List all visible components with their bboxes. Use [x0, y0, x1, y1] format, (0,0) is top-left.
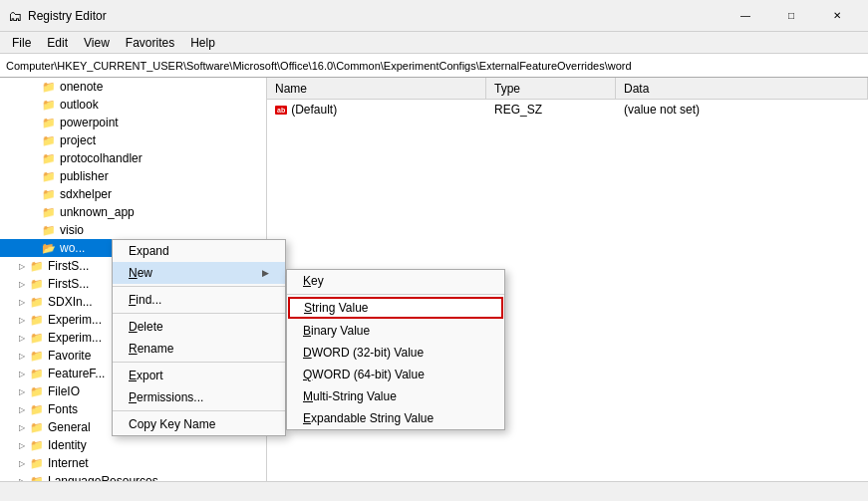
- folder-icon: 📁: [30, 278, 44, 291]
- ctx-sep2: [113, 313, 285, 314]
- tree-item-outlook[interactable]: 📁 outlook: [0, 96, 266, 114]
- tree-label: onenote: [60, 80, 103, 94]
- ctx-copy-key-name[interactable]: Copy Key Name: [113, 413, 285, 435]
- ctx-find[interactable]: Find...: [113, 289, 285, 311]
- tree-item-visio[interactable]: 📁 visio: [0, 221, 266, 239]
- folder-icon: 📁: [30, 296, 44, 309]
- tree-item-powerpoint[interactable]: 📁 powerpoint: [0, 114, 266, 131]
- app-icon: 🗂: [8, 8, 22, 24]
- folder-icon: 📁: [30, 332, 44, 345]
- submenu-key[interactable]: Key: [287, 270, 504, 292]
- ctx-sep4: [113, 410, 285, 411]
- minimize-button[interactable]: —: [723, 0, 768, 32]
- expand-icon: ▷: [16, 457, 28, 469]
- folder-icon: 📁: [42, 81, 56, 94]
- submenu-key-label: Key: [303, 274, 324, 288]
- folder-icon: 📁: [30, 403, 44, 416]
- registry-row-default[interactable]: ab (Default) REG_SZ (value not set): [267, 100, 868, 120]
- expand-icon: ▷: [16, 385, 28, 397]
- ctx-find-label: Find...: [129, 293, 161, 307]
- reg-data: (value not set): [616, 100, 868, 120]
- menu-edit[interactable]: Edit: [39, 34, 76, 52]
- reg-name-label: (Default): [291, 103, 337, 117]
- tree-item-unknownapp[interactable]: 📁 unknown_app: [0, 203, 266, 221]
- submenu-expandable-label: Expandable String Value: [303, 411, 434, 425]
- tree-item-onenote[interactable]: 📁 onenote: [0, 78, 266, 96]
- menu-view[interactable]: View: [76, 34, 118, 52]
- menu-favorites[interactable]: Favorites: [118, 34, 182, 52]
- tree-item-protocolhandler[interactable]: 📁 protocolhandler: [0, 149, 266, 167]
- folder-icon: 📁: [42, 224, 56, 237]
- submenu-expandable-value[interactable]: Expandable String Value: [287, 407, 504, 429]
- tree-item-project[interactable]: 📁 project: [0, 131, 266, 149]
- tree-label: Favorite: [48, 349, 91, 363]
- submenu-binary-value[interactable]: Binary Value: [287, 320, 504, 342]
- list-header: Name Type Data: [267, 78, 868, 100]
- ctx-new[interactable]: New ▶: [113, 262, 285, 284]
- expand-icon: ▷: [16, 260, 28, 272]
- folder-icon: 📁: [42, 134, 56, 147]
- tree-label: Fonts: [48, 402, 78, 416]
- submenu-multistring-label: Multi-String Value: [303, 389, 397, 403]
- status-bar: [0, 481, 868, 501]
- ctx-delete-label: Delete: [129, 320, 163, 334]
- tree-label: sdxhelper: [60, 187, 112, 201]
- folder-icon: 📁: [30, 314, 44, 327]
- ctx-expand[interactable]: Expand: [113, 240, 285, 262]
- menu-help[interactable]: Help: [182, 34, 223, 52]
- tree-item-identity[interactable]: ▷ 📁 Identity: [0, 436, 266, 454]
- tree-label: FeatureF...: [48, 367, 105, 380]
- ctx-rename[interactable]: Rename: [113, 338, 285, 360]
- ctx-export[interactable]: Export: [113, 365, 285, 386]
- expand-icon: ▷: [16, 403, 28, 415]
- folder-icon: 📁: [30, 385, 44, 398]
- submenu-qword-value[interactable]: QWORD (64-bit) Value: [287, 364, 504, 385]
- submenu-string-label: String Value: [304, 301, 369, 315]
- maximize-button[interactable]: □: [768, 0, 814, 32]
- expand-icon: [28, 224, 40, 236]
- expand-icon: [28, 99, 40, 111]
- address-bar: Computer\HKEY_CURRENT_USER\Software\Micr…: [0, 54, 868, 78]
- tree-item-publisher[interactable]: 📁 publisher: [0, 167, 266, 185]
- window-controls: — □ ✕: [723, 0, 860, 32]
- expand-icon: [28, 81, 40, 93]
- expand-icon: ▷: [16, 350, 28, 362]
- expand-icon: ▷: [16, 296, 28, 308]
- tree-label: unknown_app: [60, 205, 135, 219]
- app-title: Registry Editor: [28, 9, 723, 23]
- ctx-permissions-label: Permissions...: [129, 390, 203, 404]
- tree-label: Identity: [48, 438, 87, 452]
- ctx-new-arrow: ▶: [262, 268, 269, 278]
- menu-bar: File Edit View Favorites Help: [0, 32, 868, 54]
- folder-icon: 📁: [30, 260, 44, 273]
- ctx-sep1: [113, 286, 285, 287]
- tree-label: FirstS...: [48, 277, 89, 291]
- tree-label: Internet: [48, 456, 89, 470]
- folder-icon: 📁: [42, 170, 56, 183]
- ab-icon: ab: [275, 106, 287, 115]
- folder-icon: 📁: [30, 368, 44, 380]
- close-button[interactable]: ✕: [814, 0, 860, 32]
- submenu: Key String Value Binary Value DWORD (32-…: [286, 269, 505, 430]
- tree-label: General: [48, 420, 91, 434]
- tree-item-internet[interactable]: ▷ 📁 Internet: [0, 454, 266, 472]
- ctx-sep3: [113, 362, 285, 363]
- folder-icon: 📁: [30, 421, 44, 434]
- expand-icon: ▷: [16, 332, 28, 344]
- folder-icon: 📁: [42, 206, 56, 219]
- expand-icon: ▷: [16, 475, 28, 481]
- menu-file[interactable]: File: [4, 34, 39, 52]
- address-path: Computer\HKEY_CURRENT_USER\Software\Micr…: [6, 60, 632, 72]
- tree-item-languageresources[interactable]: ▷ 📁 LanguageResources: [0, 472, 266, 481]
- submenu-multistring-value[interactable]: Multi-String Value: [287, 385, 504, 407]
- reg-name: ab (Default): [267, 100, 486, 120]
- col-header-name: Name: [267, 78, 486, 99]
- submenu-string-value[interactable]: String Value: [288, 297, 503, 319]
- ctx-delete[interactable]: Delete: [113, 316, 285, 338]
- ctx-copy-key-label: Copy Key Name: [129, 417, 215, 431]
- tree-label: FirstS...: [48, 259, 89, 273]
- submenu-dword-value[interactable]: DWORD (32-bit) Value: [287, 342, 504, 364]
- expand-icon: [28, 188, 40, 200]
- tree-item-sdxhelper[interactable]: 📁 sdxhelper: [0, 185, 266, 203]
- ctx-permissions[interactable]: Permissions...: [113, 386, 285, 408]
